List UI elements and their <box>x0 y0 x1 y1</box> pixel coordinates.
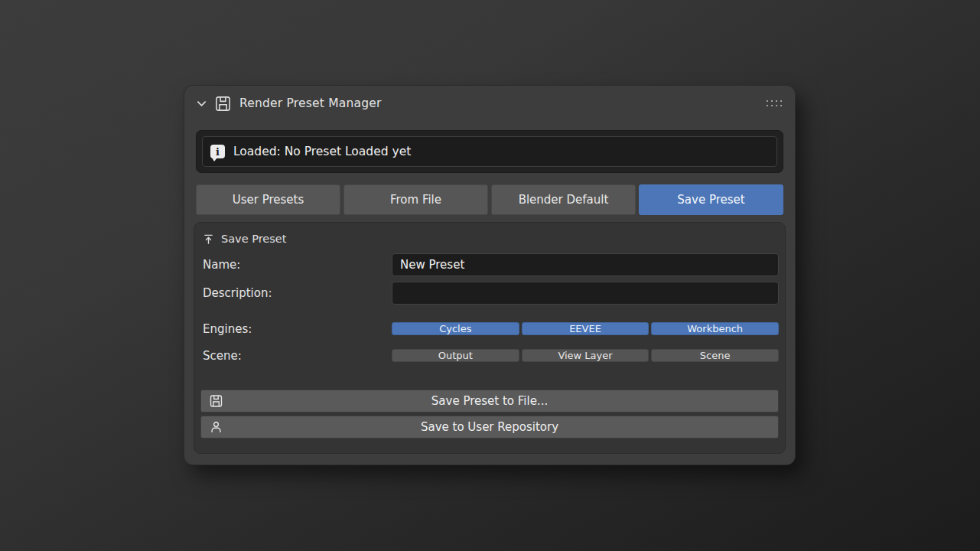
save-preset-to-file-label: Save Preset to File... <box>431 394 548 408</box>
save-preset-section-title: Save Preset <box>221 233 286 245</box>
engine-toggle-cycles[interactable]: Cycles <box>392 322 519 335</box>
tab-user-presets[interactable]: User Presets <box>196 184 340 215</box>
status-box: i Loaded: No Preset Loaded yet <box>202 136 777 167</box>
scene-toggle-scene[interactable]: Scene <box>651 349 779 362</box>
status-message: Loaded: No Preset Loaded yet <box>233 145 411 158</box>
floppy-disk-icon <box>210 395 223 408</box>
action-buttons: Save Preset to File... Save to User Repo… <box>200 390 779 439</box>
save-preset-section: Save Preset Name: Description: Engines: … <box>194 222 786 454</box>
tab-bar: User Presets From File Blender Default S… <box>196 184 783 215</box>
upload-icon <box>203 233 214 245</box>
scene-label: Scene: <box>200 349 392 363</box>
save-preset-section-header: Save Preset <box>200 229 779 249</box>
scene-row: Scene: Output View Layer Scene <box>200 344 779 367</box>
name-label: Name: <box>200 258 392 272</box>
chevron-down-icon[interactable] <box>196 98 207 109</box>
scene-toggle-view-layer[interactable]: View Layer <box>522 349 650 362</box>
engines-row: Engines: Cycles EEVEE Workbench <box>200 317 779 341</box>
render-preset-manager-panel: Render Preset Manager i Loaded: No Prese… <box>184 85 796 465</box>
engine-toggle-eevee[interactable]: EEVEE <box>522 322 650 335</box>
description-row: Description: <box>200 282 779 305</box>
drag-dots-icon[interactable] <box>767 100 783 107</box>
panel-title: Render Preset Manager <box>239 96 382 110</box>
floppy-disk-icon <box>215 96 231 112</box>
name-input[interactable] <box>392 253 779 276</box>
tab-from-file[interactable]: From File <box>343 184 488 215</box>
name-row: Name: <box>200 253 779 276</box>
save-to-user-repository-button[interactable]: Save to User Repository <box>200 416 779 439</box>
tab-blender-default[interactable]: Blender Default <box>491 184 636 215</box>
scene-toggle-output[interactable]: Output <box>392 349 519 362</box>
engine-toggle-workbench[interactable]: Workbench <box>651 322 779 335</box>
info-icon: i <box>210 145 225 158</box>
save-preset-to-file-button[interactable]: Save Preset to File... <box>200 390 779 412</box>
save-to-user-repository-label: Save to User Repository <box>421 420 558 434</box>
tab-save-preset[interactable]: Save Preset <box>639 184 783 215</box>
panel-header: Render Preset Manager <box>184 86 795 121</box>
engines-label: Engines: <box>200 322 392 336</box>
description-label: Description: <box>200 286 392 300</box>
status-strip: i Loaded: No Preset Loaded yet <box>196 130 783 173</box>
description-input[interactable] <box>392 282 779 305</box>
user-icon <box>210 421 223 434</box>
